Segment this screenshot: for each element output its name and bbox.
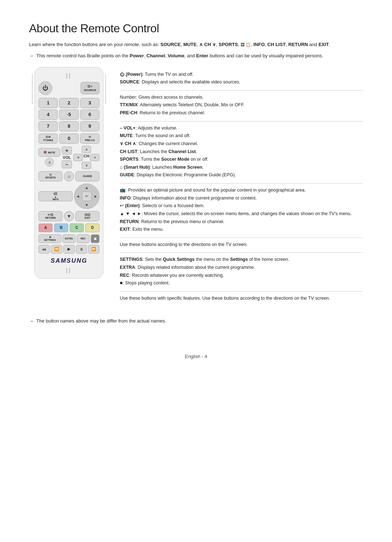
play-button[interactable]: ▶ xyxy=(63,245,74,254)
skip-back-button[interactable]: ⏮ xyxy=(38,245,50,254)
num-5-button[interactable]: ·5 xyxy=(59,110,78,120)
num-7-button[interactable]: 7 xyxy=(38,121,58,131)
nav-down-button[interactable]: ▼ xyxy=(85,203,89,207)
rec-bold: REC xyxy=(120,273,129,278)
settings-menu-bold: Settings xyxy=(230,257,248,262)
ch-up-arrow[interactable]: ∧ xyxy=(82,146,91,153)
vol-minus-button[interactable]: – xyxy=(62,160,72,168)
power-button[interactable]: ⏻ xyxy=(38,81,52,95)
enter-button[interactable]: ↩ xyxy=(82,192,91,201)
ttx-icons: ⊡⊘ xyxy=(46,135,51,139)
enter-icon: ↩ xyxy=(85,194,88,198)
power-bold: (Power) xyxy=(126,72,142,77)
a-button[interactable]: A xyxy=(38,223,53,232)
stop-button[interactable]: ■ xyxy=(91,234,99,243)
vol-block: + VOL – xyxy=(62,147,72,168)
footnote: The button names above may be differ fro… xyxy=(36,317,363,325)
abcd-row: A B C D xyxy=(38,223,99,232)
ch-down-arrow[interactable]: ∨ xyxy=(82,162,91,169)
desc-group-info-nav: 📺: Provides an optimal picture and sound… xyxy=(120,186,363,233)
rec-button[interactable]: REC xyxy=(77,234,90,243)
b-button[interactable]: B xyxy=(54,223,68,232)
ttx-mix-button[interactable]: ⊡⊘ TTX/MIX xyxy=(38,134,58,144)
fast-forward-icon: ⏩ xyxy=(91,247,96,251)
return-button[interactable]: ↩⊡ RETURN xyxy=(38,211,62,221)
num-0-button[interactable]: 0 xyxy=(59,134,78,144)
desc-group-numbers: Number: Gives direct access to channels.… xyxy=(120,94,363,117)
return-icon: ↩⊡ xyxy=(48,213,53,217)
desc-rec: REC: Records whatever you are currently … xyxy=(120,272,363,279)
desc-sports: SPORTS: Turns the Soccer Mode on or off. xyxy=(120,156,363,163)
stop-icon: ■ xyxy=(94,236,96,241)
d-button[interactable]: D xyxy=(85,223,99,232)
desc-guide: GUIDE: Displays the Electronic Programme… xyxy=(120,171,363,179)
sports-button[interactable]: ⊡ SPORTS xyxy=(38,171,62,181)
info-button[interactable]: i⊡ ▲ INFO xyxy=(38,191,73,201)
quick-settings-bold: Quick Settings xyxy=(163,257,195,262)
source-label: SOURCE xyxy=(84,89,96,92)
pause-button[interactable]: ⏸ xyxy=(76,245,87,254)
nav-right-button[interactable]: ► xyxy=(94,194,98,198)
number-pad: 1 2 3 4 ·5 6 7 8 9 xyxy=(38,98,99,131)
sports-bold: SPORTS xyxy=(120,157,138,162)
vol-plus-button[interactable]: + xyxy=(62,147,72,155)
play-icon: ▶ xyxy=(68,247,70,251)
settings-button[interactable]: ⚙ SETTINGS xyxy=(38,234,61,243)
down-arrow-icon: ▼ xyxy=(67,214,71,219)
ch-label: CH xyxy=(83,154,89,161)
settings-label: SETTINGS xyxy=(44,239,56,241)
intro-paragraph: Learn where the function buttons are on … xyxy=(29,41,363,49)
return-bold: RETURN xyxy=(120,219,139,224)
settings-row: ⚙ SETTINGS EXTRA REC ■ xyxy=(38,234,99,243)
num-2-button[interactable]: 2 xyxy=(59,98,78,108)
mute-up-col: 🔇 MUTE ∧ xyxy=(38,148,60,167)
return-exit-row: ↩⊡ RETURN ▼ ⊡⊡ EXIT xyxy=(38,211,99,221)
nav-down-center-button[interactable]: ▼ xyxy=(64,211,74,221)
num-9-button[interactable]: 9 xyxy=(80,121,99,131)
rewind-button[interactable]: ⏪ xyxy=(51,245,62,254)
source-button[interactable]: ⊡≡ SOURCE xyxy=(81,82,99,94)
sports-label: SPORTS xyxy=(45,176,56,179)
skip-back-icon: ⏮ xyxy=(42,247,46,251)
exit-button[interactable]: ⊡⊡ EXIT xyxy=(75,211,99,221)
home-icon: ⌂ xyxy=(68,174,70,179)
desc-chlist: CH LIST: Launches the Channel List. xyxy=(120,148,363,156)
stop-bold: ■ xyxy=(120,280,123,286)
sports-icon: ⊡ xyxy=(49,173,52,176)
exit-icon: ⊡⊡ xyxy=(85,213,90,217)
divider-6 xyxy=(120,291,363,292)
mute-button[interactable]: 🔇 MUTE xyxy=(38,148,60,157)
remote: ⏻ ⊡≡ SOURCE 1 2 3 4 ·5 6 7 8 9 xyxy=(34,67,103,279)
guide-button[interactable]: GUIDE xyxy=(75,171,99,181)
ch-mid-row: ⊡ CH ⊙ xyxy=(73,154,99,161)
nav-up-button[interactable]: ▲ xyxy=(85,185,89,190)
prech-button[interactable]: ⊙ PRE-CH xyxy=(80,134,99,144)
extra-button[interactable]: EXTRA xyxy=(62,234,75,243)
c-button[interactable]: C xyxy=(70,223,84,232)
sports-guide-row: ⊡ SPORTS ⌂ GUIDE xyxy=(38,171,99,181)
settings-icon: ⚙ xyxy=(49,236,51,239)
page-footer: English - 4 xyxy=(29,346,363,359)
desc-stop: ■: Stops playing content. xyxy=(120,279,363,287)
num-1-button[interactable]: 1 xyxy=(38,98,58,108)
ch-list-button[interactable]: ⊙ xyxy=(90,154,99,161)
num-6-button[interactable]: 6 xyxy=(80,110,99,120)
ch-up-button[interactable]: ∧ xyxy=(45,158,54,167)
power-symbol: ⏻ xyxy=(120,72,126,77)
remote-bottom-decoration xyxy=(38,267,99,273)
enter-symbol: ↩ xyxy=(120,203,125,208)
remote-top-decoration xyxy=(38,73,99,78)
desc-nav-arrows: ▲ ▼ ◄ ►: Moves the cursor, selects the o… xyxy=(120,210,363,218)
num-4-button[interactable]: 4 xyxy=(38,110,58,120)
nav-left-button[interactable]: ◄ xyxy=(76,194,80,198)
fast-forward-button[interactable]: ⏩ xyxy=(88,245,99,254)
smart-hub-button[interactable]: ⌂ xyxy=(64,171,74,181)
home-screen-bold: Home Screen xyxy=(173,165,202,170)
desc-settings: SETTINGS: Sets the Quick Settings the me… xyxy=(120,256,363,263)
num-8-button[interactable]: 8 xyxy=(59,121,78,131)
num-3-button[interactable]: 3 xyxy=(80,98,99,108)
ch-guide-button[interactable]: ⊡ xyxy=(73,154,83,161)
ch-icon: ⊡ xyxy=(77,156,79,159)
divider-2 xyxy=(120,121,363,122)
prech-icons: ⊙ xyxy=(89,135,91,139)
